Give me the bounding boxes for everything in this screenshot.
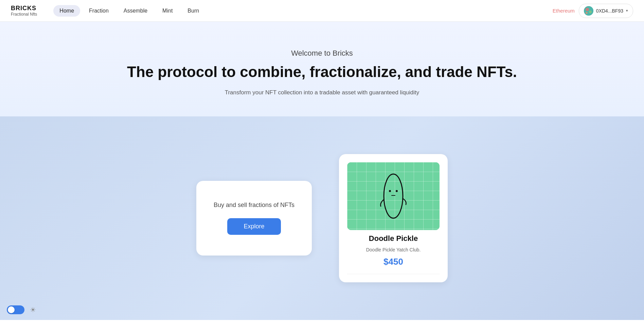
nft-price: $450: [383, 257, 403, 267]
doodle-pickle-image: [378, 171, 409, 222]
wallet-address: 0XD4...BF93: [596, 8, 623, 14]
brand: BRICKS Fractional Nfts: [11, 5, 37, 17]
nav-item-assemble[interactable]: Assemble: [118, 5, 154, 17]
main-section: Buy and sell fractions of NFTs Explore: [0, 116, 644, 320]
avatar-icon: [584, 6, 593, 16]
nav-item-burn[interactable]: Burn: [181, 5, 205, 17]
svg-point-5: [389, 190, 391, 192]
explore-button[interactable]: Explore: [227, 218, 281, 235]
bottom-bar: ☀: [7, 305, 36, 314]
hero-subtitle: Transform your NFT collection into a tra…: [0, 89, 644, 96]
nft-collection: Doodle Pickle Yatch Club.: [366, 247, 421, 252]
nft-image-container: [347, 162, 440, 230]
hero-welcome: Welcome to Bricks: [0, 49, 644, 58]
theme-toggle[interactable]: [7, 305, 24, 314]
hero-title: The protocol to combine, fractionalize, …: [0, 63, 644, 81]
svg-point-1: [586, 8, 589, 11]
nft-divider: [347, 274, 440, 274]
svg-point-3: [586, 12, 588, 14]
chevron-down-icon: ▾: [626, 8, 628, 13]
nft-card: Doodle Pickle Doodle Pickle Yatch Club. …: [339, 154, 448, 282]
nav-right: Ethereum 0XD4...BF93 ▾: [553, 4, 633, 18]
hero-section: Welcome to Bricks The protocol to combin…: [0, 22, 644, 116]
buy-sell-card: Buy and sell fractions of NFTs Explore: [196, 181, 312, 256]
svg-point-6: [396, 190, 398, 192]
brand-name: BRICKS: [11, 5, 37, 12]
nav-links: Home Fraction Assemble Mint Burn: [53, 5, 552, 17]
svg-point-2: [589, 11, 592, 13]
nft-name: Doodle Pickle: [369, 234, 418, 243]
navbar: BRICKS Fractional Nfts Home Fraction Ass…: [0, 0, 644, 22]
wallet-button[interactable]: 0XD4...BF93 ▾: [579, 4, 633, 18]
buy-sell-text: Buy and sell fractions of NFTs: [214, 202, 294, 209]
toggle-knob: [8, 306, 15, 313]
brand-subtitle: Fractional Nfts: [11, 12, 37, 17]
network-label: Ethereum: [553, 8, 575, 14]
nft-image: [347, 162, 440, 230]
nav-item-fraction[interactable]: Fraction: [83, 5, 115, 17]
sun-icon[interactable]: ☀: [30, 306, 36, 314]
nav-item-mint[interactable]: Mint: [156, 5, 179, 17]
svg-point-0: [584, 6, 593, 16]
svg-point-4: [384, 174, 403, 218]
avatar: [584, 6, 593, 16]
nav-item-home[interactable]: Home: [53, 5, 80, 17]
